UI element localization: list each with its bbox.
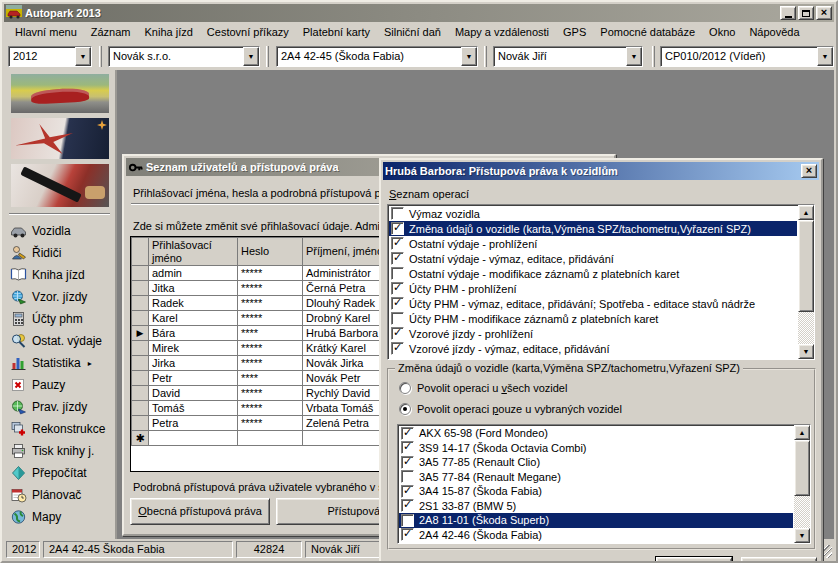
menu-item-cestovni-prikazy[interactable]: Cestovní příkazy <box>200 24 296 40</box>
checkbox-checked-icon[interactable] <box>401 456 414 469</box>
vehicle-2s1-33-87-bmw-5[interactable]: 2S1 33-87 (BMW 5) <box>399 499 793 514</box>
vehicle-3a5-77-84-renault-megane[interactable]: 3A5 77-84 (Renault Megane) <box>399 470 793 485</box>
checkbox-unchecked-icon[interactable] <box>391 267 404 280</box>
dialog-close-button[interactable]: × <box>801 164 817 178</box>
minimize-button[interactable] <box>780 6 796 20</box>
password-cell[interactable]: ***** <box>238 386 303 401</box>
row-selector[interactable] <box>132 416 149 431</box>
operation-ucty-phm-modifikace-zaznamu-z-platebnich[interactable]: Účty PHM - modifikace záznamů z platební… <box>389 311 797 326</box>
cancel-button[interactable]: Storno <box>741 557 817 563</box>
radio-selected-vehicles[interactable]: Povolit operaci pouze u vybraných vozide… <box>399 403 622 415</box>
operation-ostatni-vydaje-prohlizeni[interactable]: Ostatní výdaje - prohlížení <box>389 236 797 251</box>
login-cell[interactable]: Radek <box>149 296 238 311</box>
login-cell[interactable]: admin <box>149 266 238 281</box>
sidebar-item-prepocitat[interactable]: Přepočítat <box>4 462 113 484</box>
row-selector[interactable] <box>132 281 149 296</box>
checkbox-unchecked-icon[interactable] <box>401 514 414 527</box>
menu-item-silnicni-dan[interactable]: Silniční daň <box>377 24 448 40</box>
empty-cell[interactable] <box>149 431 238 446</box>
close-button[interactable]: × <box>816 6 832 20</box>
sidebar-item-rekonstrukce[interactable]: Rekonstrukce <box>4 418 113 440</box>
password-cell[interactable]: ***** <box>238 401 303 416</box>
checkbox-checked-icon[interactable] <box>391 297 404 310</box>
operation-ucty-phm-prohlizeni[interactable]: Účty PHM - prohlížení <box>389 281 797 296</box>
company-selector[interactable]: Novák s.r.o.▼ <box>108 46 260 67</box>
menu-item-pomocne-databaze[interactable]: Pomocné databáze <box>593 24 702 40</box>
login-cell[interactable]: Petra <box>149 416 238 431</box>
maximize-button[interactable] <box>798 6 814 20</box>
vehicle-3a4-15-87-skoda-fabia[interactable]: 3A4 15-87 (Škoda Fabia) <box>399 484 793 499</box>
password-cell[interactable]: ***** <box>238 341 303 356</box>
general-permissions-button[interactable]: Obecná přístupová práva <box>130 498 270 525</box>
chevron-down-icon[interactable]: ▼ <box>626 47 642 66</box>
row-selector[interactable] <box>132 296 149 311</box>
password-cell[interactable]: ***** <box>238 311 303 326</box>
year-selector[interactable]: 2012▼ <box>8 46 92 67</box>
vehicle-3s9-14-17-skoda-octavia-combi[interactable]: 3S9 14-17 (Škoda Octavia Combi) <box>399 441 793 456</box>
scrollbar-thumb[interactable] <box>798 220 814 312</box>
radio-all-vehicles[interactable]: Povolit operaci u všech vozidel <box>399 382 567 394</box>
sidebar-item-ucty-phm[interactable]: Účty phm <box>4 308 113 330</box>
chevron-down-icon[interactable]: ▼ <box>817 47 833 66</box>
sidebar-item-prav-jizdy[interactable]: Prav. jízdy <box>4 396 113 418</box>
menu-item-mapy-a-vzdalenosti[interactable]: Mapy a vzdálenosti <box>448 24 556 40</box>
checkbox-checked-icon[interactable] <box>401 499 414 512</box>
operation-ostatni-vydaje-vymaz-editace-pridavani[interactable]: Ostatní výdaje - výmaz, editace, přidává… <box>389 251 797 266</box>
trip-order-selector[interactable]: CP010/2012 (Vídeň)▼ <box>660 46 834 67</box>
checkbox-checked-icon[interactable] <box>391 282 404 295</box>
dialog-titlebar[interactable]: Hrubá Barbora: Přístupová práva k vozidl… <box>383 162 819 180</box>
scroll-down-icon[interactable]: ▼ <box>794 528 810 543</box>
password-cell[interactable]: ***** <box>238 356 303 371</box>
sidebar-item-kniha-jizd[interactable]: Kniha jízd <box>4 264 113 286</box>
password-cell[interactable]: ***** <box>238 416 303 431</box>
vehicle-2a4-42-46-skoda-fabia[interactable]: 2A4 42-46 (Škoda Fabia) <box>399 528 793 543</box>
ok-button[interactable]: OK <box>656 557 732 563</box>
app-titlebar[interactable]: Autopark 2013 × <box>4 4 834 22</box>
sidebar-item-vozidla[interactable]: Vozidla <box>4 220 113 242</box>
column-header-password[interactable]: Heslo <box>238 238 303 266</box>
scroll-up-icon[interactable]: ▲ <box>798 205 814 220</box>
menu-item-zaznam[interactable]: Záznam <box>84 24 138 40</box>
scrollbar-thumb[interactable] <box>794 440 810 496</box>
login-cell[interactable]: Jirka <box>149 356 238 371</box>
vehicle-3a5-77-85-renault-clio[interactable]: 3A5 77-85 (Renault Clio) <box>399 455 793 470</box>
row-selector[interactable] <box>132 311 149 326</box>
login-cell[interactable]: Karel <box>149 311 238 326</box>
row-selector[interactable] <box>132 401 149 416</box>
password-cell[interactable]: **** <box>238 326 303 341</box>
menu-item-hlavni-menu[interactable]: Hlavní menu <box>8 24 84 40</box>
operations-scrollbar[interactable]: ▲ ▼ <box>798 205 814 359</box>
checkbox-checked-icon[interactable] <box>401 441 414 454</box>
checkbox-unchecked-icon[interactable] <box>391 207 404 220</box>
sidebar-item-pauzy[interactable]: Pauzy <box>4 374 113 396</box>
row-selector[interactable] <box>132 371 149 386</box>
password-cell[interactable]: ***** <box>238 296 303 311</box>
vehicle-2a8-11-01-skoda-superb[interactable]: 2A8 11-01 (Škoda Superb) <box>399 513 793 528</box>
chevron-down-icon[interactable]: ▼ <box>243 47 259 66</box>
checkbox-checked-icon[interactable] <box>391 342 404 355</box>
vehicle-akx-65-98-ford-mondeo[interactable]: AKX 65-98 (Ford Mondeo) <box>399 426 793 441</box>
sidebar-item-mapy[interactable]: Mapy <box>4 506 113 528</box>
checkbox-checked-icon[interactable] <box>391 327 404 340</box>
sidebar-item-ridici[interactable]: Řidiči <box>4 242 113 264</box>
operation-vymaz-vozidla[interactable]: Výmaz vozidla <box>389 206 797 221</box>
login-cell[interactable]: Petr <box>149 371 238 386</box>
scroll-down-icon[interactable]: ▼ <box>798 344 814 359</box>
scroll-up-icon[interactable]: ▲ <box>794 425 810 440</box>
menu-item-okno[interactable]: Okno <box>702 24 742 40</box>
vehicle-selector[interactable]: 2A4 42-45 (Škoda Fabia)▼ <box>276 46 478 67</box>
login-cell[interactable]: Tomáš <box>149 401 238 416</box>
operation-ostatni-vydaje-modifikace-zaznamu-z-plat[interactable]: Ostatní výdaje - modifikace záznamů z pl… <box>389 266 797 281</box>
row-selector[interactable]: ▶ <box>132 326 149 341</box>
checkbox-checked-icon[interactable] <box>391 252 404 265</box>
empty-cell[interactable] <box>238 431 303 446</box>
row-selector[interactable] <box>132 356 149 371</box>
row-selector-header[interactable] <box>132 238 149 266</box>
menu-item-gps[interactable]: GPS <box>556 24 593 40</box>
checkbox-checked-icon[interactable] <box>391 237 404 250</box>
checkbox-checked-icon[interactable] <box>401 528 414 541</box>
chevron-down-icon[interactable]: ▼ <box>461 47 477 66</box>
sidebar-item-ostat-vydaje[interactable]: Ostat. výdaje <box>4 330 113 352</box>
sidebar-item-vzor-jizdy[interactable]: Vzor. jízdy <box>4 286 113 308</box>
login-cell[interactable]: Bára <box>149 326 238 341</box>
